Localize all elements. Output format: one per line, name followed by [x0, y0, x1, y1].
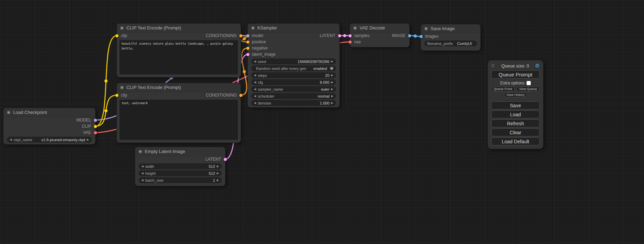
positive-input-port[interactable] — [246, 40, 249, 44]
images-input-port[interactable] — [420, 35, 423, 38]
width-widget[interactable]: ◀ width 512 ▶ — [139, 163, 222, 169]
clip-input-port[interactable] — [115, 34, 118, 37]
load-default-button[interactable]: Load Default — [491, 137, 540, 145]
random-seed-toggle-widget[interactable]: Random seed after every gen enabled — [251, 65, 336, 71]
increment-icon[interactable]: ▶ — [217, 179, 219, 182]
decrement-icon[interactable]: ◀ — [141, 172, 143, 175]
widget-label: steps — [258, 73, 267, 78]
vae-output-port[interactable] — [94, 131, 97, 134]
node-title-bar[interactable]: Load Checkpoint — [3, 108, 95, 117]
node-collapse-dot-icon[interactable] — [139, 150, 142, 153]
view-queue-button[interactable]: View Queue — [517, 87, 540, 91]
toggle-indicator-icon[interactable] — [330, 67, 333, 70]
node-title-bar[interactable]: CLIP Text Encode (Prompt) — [117, 83, 241, 92]
sampler-name-widget[interactable]: ◀ sampler_name euler ▶ — [251, 86, 336, 92]
refresh-button[interactable]: Refresh — [491, 119, 540, 127]
link-midpoint-dot — [343, 34, 346, 37]
prev-value-icon[interactable]: ◀ — [254, 88, 256, 91]
samples-input-port[interactable] — [349, 34, 352, 37]
node-vae-decode[interactable]: VAE Decode samples IMAGE vae — [350, 24, 409, 47]
queue-prompt-button[interactable]: Queue Prompt — [491, 70, 540, 79]
clip-output-label: CLIP — [82, 124, 91, 129]
ckpt-name-widget[interactable]: ◀ ckpt_name v1-5-pruned-emaonly.ckpt ▶ — [7, 137, 92, 143]
increment-icon[interactable]: ▶ — [331, 74, 333, 77]
node-title-bar[interactable]: CLIP Text Encode (Prompt) — [117, 24, 241, 33]
next-value-icon[interactable]: ▶ — [331, 88, 333, 91]
model-input-port[interactable] — [246, 34, 249, 37]
increment-icon[interactable]: ▶ — [217, 165, 219, 168]
negative-prompt-textarea[interactable]: text, watermark — [120, 100, 238, 140]
clear-button[interactable]: Clear — [491, 128, 540, 136]
queue-menu-panel[interactable]: ⠿ Queue size: 0 ⚙ Queue Prompt Extra opt… — [488, 60, 543, 149]
positive-prompt-textarea[interactable]: beautiful scenery nature glass bottle la… — [120, 40, 238, 74]
node-collapse-dot-icon[interactable] — [120, 86, 124, 89]
node-collapse-dot-icon[interactable] — [251, 26, 255, 30]
negative-input-port[interactable] — [246, 47, 249, 50]
port-row: positive — [248, 39, 339, 45]
batch-size-widget[interactable]: ◀ batch_size 1 ▶ — [139, 177, 222, 183]
node-clip-text-encode-negative[interactable]: CLIP Text Encode (Prompt) clip CONDITION… — [117, 83, 241, 143]
decrement-icon[interactable]: ◀ — [141, 165, 143, 168]
increment-icon[interactable]: ▶ — [331, 102, 333, 105]
widget-label: width — [145, 164, 154, 169]
node-title: CLIP Text Encode (Prompt) — [126, 85, 181, 90]
height-widget[interactable]: ◀ height 512 ▶ — [139, 170, 222, 176]
view-history-button[interactable]: View History — [504, 92, 527, 97]
conditioning-output-port[interactable] — [239, 34, 242, 37]
cfg-widget[interactable]: ◀ cfg 8.000 ▶ — [251, 79, 336, 85]
increment-icon[interactable]: ▶ — [217, 172, 219, 175]
node-collapse-dot-icon[interactable] — [424, 27, 428, 30]
denoise-widget[interactable]: ◀ denoise 1.000 ▶ — [251, 100, 336, 106]
model-output-port[interactable] — [94, 119, 97, 122]
increment-icon[interactable]: ▶ — [331, 60, 333, 63]
prev-value-icon[interactable]: ◀ — [10, 138, 12, 141]
queue-front-button[interactable]: Queue Front — [491, 87, 515, 91]
clip-output-port[interactable] — [94, 125, 97, 128]
seed-widget[interactable]: ◀ seed 156680208700286 ▶ — [251, 58, 336, 64]
load-button[interactable]: Load — [491, 110, 540, 118]
clip-input-port[interactable] — [115, 94, 118, 97]
latent-output-port[interactable] — [224, 158, 227, 161]
decrement-icon[interactable]: ◀ — [254, 60, 256, 63]
widget-label: sampler_name — [258, 87, 283, 91]
decrement-icon[interactable]: ◀ — [254, 74, 256, 77]
node-collapse-dot-icon[interactable] — [353, 26, 357, 30]
node-ksampler[interactable]: KSampler model LATENT positive negative … — [248, 24, 339, 107]
node-title-bar[interactable]: VAE Decode — [350, 24, 409, 33]
next-value-icon[interactable]: ▶ — [87, 138, 89, 141]
clip-input-label: clip — [121, 33, 127, 38]
decrement-icon[interactable]: ◀ — [254, 81, 256, 84]
decrement-icon[interactable]: ◀ — [141, 179, 143, 182]
node-title-bar[interactable]: Empty Latent Image — [135, 147, 225, 156]
node-title-bar[interactable]: KSampler — [248, 24, 339, 33]
steps-widget[interactable]: ◀ steps 20 ▶ — [251, 72, 336, 78]
extra-options-checkbox[interactable] — [527, 81, 531, 85]
node-save-image[interactable]: Save Image images filename_prefix ComfyU… — [421, 24, 480, 51]
widget-label: height — [145, 171, 156, 175]
node-title: CLIP Text Encode (Prompt) — [126, 25, 181, 30]
node-empty-latent-image[interactable]: Empty Latent Image LATENT ◀ width 512 ▶ … — [135, 147, 225, 186]
graph-canvas[interactable]: Load Checkpoint MODEL CLIP VAE ◀ ckpt_na… — [0, 0, 644, 244]
next-value-icon[interactable]: ▶ — [331, 95, 333, 98]
image-output-port[interactable] — [408, 34, 411, 37]
scheduler-widget[interactable]: ◀ scheduler normal ▶ — [251, 93, 336, 99]
node-collapse-dot-icon[interactable] — [120, 26, 124, 30]
decrement-icon[interactable]: ◀ — [254, 102, 256, 105]
save-button[interactable]: Save — [491, 101, 540, 109]
link-midpoint-dot — [243, 70, 246, 73]
positive-input-label: positive — [252, 39, 266, 44]
vae-input-port[interactable] — [349, 40, 352, 44]
settings-gear-icon[interactable]: ⚙ — [535, 63, 540, 69]
conditioning-output-port[interactable] — [239, 94, 242, 97]
latent-output-port[interactable] — [338, 34, 341, 37]
node-title-bar[interactable]: Save Image — [421, 24, 480, 33]
increment-icon[interactable]: ▶ — [331, 81, 333, 84]
filename-prefix-widget[interactable]: filename_prefix ComfyUI — [424, 40, 477, 46]
node-collapse-dot-icon[interactable] — [7, 111, 10, 114]
drag-handle-icon[interactable]: ⠿ — [491, 63, 495, 69]
node-load-checkpoint[interactable]: Load Checkpoint MODEL CLIP VAE ◀ ckpt_na… — [3, 108, 95, 144]
prev-value-icon[interactable]: ◀ — [254, 95, 256, 98]
node-clip-text-encode-positive[interactable]: CLIP Text Encode (Prompt) clip CONDITION… — [117, 24, 241, 77]
port-row: CLIP — [3, 123, 95, 129]
latent-image-input-port[interactable] — [246, 53, 249, 56]
